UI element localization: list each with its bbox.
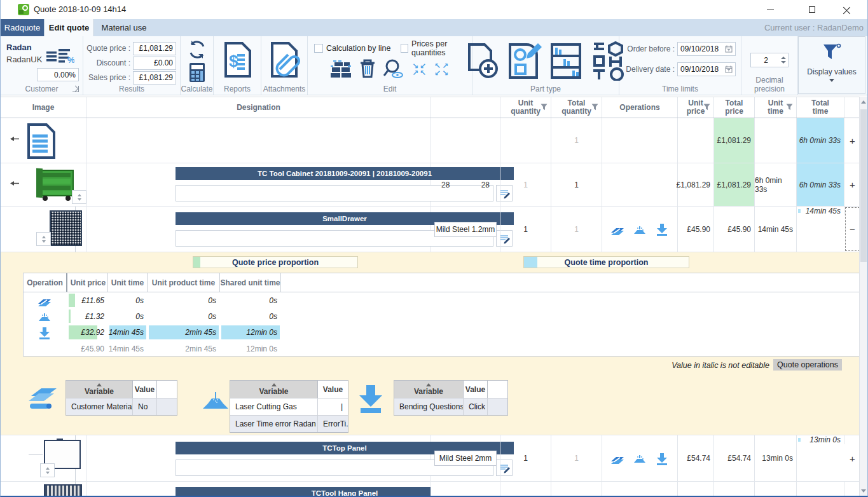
recalculate-icon[interactable] [186, 39, 208, 62]
group-label-calculate: Calculate [181, 85, 213, 93]
designation-title-bar: TCTool Hang Panel [176, 487, 431, 497]
customer-discount-input[interactable] [37, 68, 79, 81]
quote-root-row[interactable]: 1 £1,081.29 6h 0min 33s + [1, 118, 860, 163]
vertical-scrollbar[interactable] [859, 97, 867, 496]
delete-trash-icon[interactable] [359, 59, 376, 80]
calculator-icon[interactable] [188, 62, 207, 85]
quote-price-input[interactable] [133, 42, 176, 55]
drawer-thumbnail [50, 210, 82, 246]
value-column-header[interactable]: Value [318, 381, 348, 398]
variable-row[interactable]: Customer Material No [66, 398, 177, 415]
bending-icon [355, 384, 386, 415]
cell-total-time: 6h 0min 33s [797, 163, 844, 206]
stock-shelf-icon[interactable] [549, 42, 582, 82]
variable-row[interactable]: Bending Questions Click t... [394, 398, 507, 415]
group-attachments: Attachments [261, 36, 308, 95]
quantity-spinner[interactable] [72, 190, 86, 204]
variable-row[interactable]: Laser Cutting Gas | [230, 398, 348, 415]
header-unit-time[interactable]: Unit time [755, 97, 797, 118]
part-row-tctool-hang-panel[interactable]: TCTool Hang Panel [1, 482, 860, 497]
ribbon: Radan RadanUK % Customer Quote price : D… [1, 36, 867, 95]
value-column-header[interactable]: Value [464, 381, 488, 398]
variable-column-header[interactable]: Variable [66, 381, 133, 398]
row-expander[interactable]: − [844, 207, 860, 252]
cell-quantities: 2828 [431, 163, 500, 206]
variable-column-header[interactable]: Variable [394, 381, 464, 398]
order-before-date-input[interactable]: 09/10/2018 [677, 42, 736, 56]
new-part-icon[interactable] [465, 42, 499, 82]
tab-material-use[interactable]: Material use [94, 19, 154, 36]
deburr-operation-icon[interactable] [633, 452, 647, 465]
display-values-button[interactable]: Display values [798, 36, 865, 94]
deburr-operation-icon[interactable] [633, 223, 647, 236]
inspect-magnifier-icon[interactable] [383, 59, 404, 80]
price-proportion-bar [69, 310, 71, 323]
quantity-spinner[interactable] [40, 463, 55, 477]
filter-icon[interactable] [541, 104, 548, 111]
quantity-spinner[interactable] [36, 232, 51, 246]
filter-icon[interactable] [591, 104, 598, 111]
part-row-smalldrawer[interactable]: SmallDrawer Mild Steel 1.2mm 1 1 £45.90 … [1, 207, 860, 252]
row-expander[interactable]: + [844, 118, 860, 163]
header-total-price[interactable]: Total price [714, 97, 755, 118]
delivery-date-input[interactable]: 09/10/2018 [677, 62, 736, 76]
cell-image [1, 482, 86, 497]
laser-cutting-icon [202, 392, 230, 414]
quote-operations-label[interactable]: Quote operations [773, 359, 842, 371]
filter-icon[interactable] [786, 104, 793, 111]
assembly-bricks-icon[interactable] [331, 60, 352, 79]
sales-price-input[interactable] [133, 71, 176, 85]
customer-name: Radan [6, 43, 32, 52]
laser-variables-table: Variable Value Laser Cutting Gas | Laser… [230, 380, 348, 433]
value-column-header[interactable]: Value [133, 381, 157, 398]
tab-edit-quote[interactable]: Edit quote [44, 19, 94, 36]
scroll-down-icon[interactable] [860, 486, 867, 496]
calculation-by-line-checkbox[interactable]: Calculation by line [314, 43, 390, 53]
unload-operation-icon[interactable] [655, 452, 669, 465]
group-reports: $ Reports [214, 36, 261, 95]
laser-cut-operation-icon[interactable] [610, 223, 624, 236]
header-image[interactable]: Image [1, 97, 86, 118]
stepper-arrows-icon[interactable] [781, 57, 788, 64]
variable-column-header[interactable]: Variable [230, 381, 318, 398]
variable-row[interactable]: Laser Time error Radan ErrorTi... [230, 415, 348, 432]
expand-all-icon[interactable]: ↖↗↙↘ [434, 63, 449, 77]
tab-radquote[interactable]: Radquote [1, 19, 44, 36]
operation-row-laser[interactable]: £11.65 0s 0s 0s [24, 292, 863, 308]
header-total-quantity[interactable]: Total quantity [551, 97, 602, 118]
prices-per-quantities-checkbox[interactable]: Prices per quantities [401, 43, 472, 53]
reports-icon[interactable]: $ [222, 41, 252, 80]
group-label-time-limits: Time limits [619, 85, 741, 93]
header-unit-quantity[interactable]: Unit quantity [500, 97, 551, 118]
operation-row-unload[interactable]: £32.92 14min 45s 2min 45s 12min 0s [24, 324, 863, 341]
scrollbar-thumb[interactable] [860, 109, 867, 262]
edit-part-icon[interactable] [506, 42, 542, 82]
header-unit-price[interactable]: Unit price [678, 97, 714, 118]
scroll-up-icon[interactable] [860, 97, 867, 107]
time-proportion-bar [524, 257, 537, 268]
unload-operation-icon[interactable] [655, 222, 669, 236]
header-material[interactable] [431, 97, 500, 118]
cell-unit-price: £54.74 [678, 435, 714, 481]
row-expander[interactable]: + [844, 163, 860, 206]
part-row-tctop-panel[interactable]: TCTop Panel Mild Steel 2mm 1 1 £54.74 £5… [1, 435, 860, 482]
window-title: Quote 2018-10-09 14h14 [34, 4, 126, 14]
attachments-icon[interactable] [268, 41, 300, 80]
operation-row-deburr[interactable]: £1.32 0s 0s 0s [24, 308, 863, 324]
filter-icon[interactable] [703, 104, 710, 111]
laser-cut-operation-icon[interactable] [610, 452, 624, 465]
calendar-icon [725, 65, 733, 73]
header-operations[interactable]: Operations [602, 97, 678, 118]
collapse-all-icon[interactable]: ↘↙↗↖ [411, 63, 427, 77]
decimal-precision-stepper[interactable]: 2 [750, 53, 789, 67]
row-expander[interactable]: + [844, 435, 860, 481]
minimize-button[interactable] [756, 0, 785, 19]
cell-unit-quantity: 1 [500, 435, 551, 481]
customer-dialog-launcher-icon[interactable] [72, 86, 79, 92]
discount-input[interactable] [133, 57, 176, 70]
assembly-row[interactable]: TC Tool Cabinet 20181009-20091 | 2018100… [1, 163, 860, 207]
header-designation[interactable]: Designation [86, 97, 431, 118]
header-total-time[interactable]: Total time [797, 97, 844, 118]
close-button[interactable] [832, 0, 861, 19]
maximize-button[interactable] [797, 0, 826, 19]
